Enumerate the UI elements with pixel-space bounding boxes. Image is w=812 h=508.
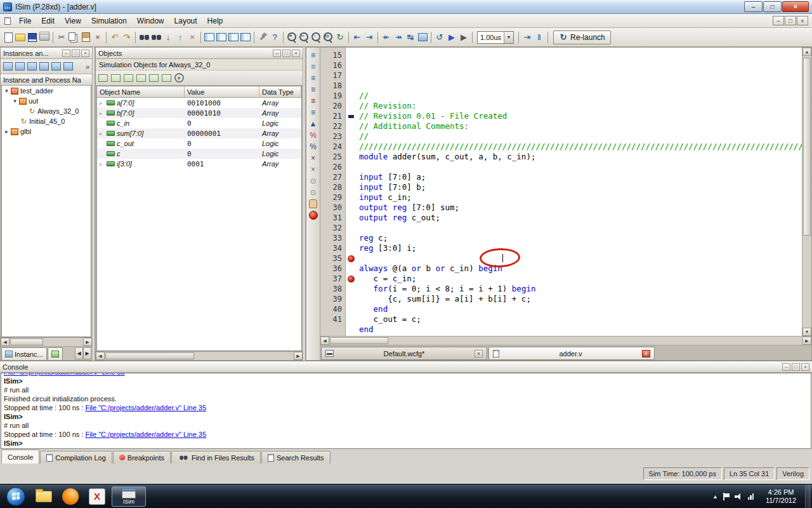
radix-octal-icon[interactable]	[148, 72, 159, 84]
run-all-icon[interactable]: ▶	[446, 32, 457, 43]
code-line[interactable]: {c, sum[i]} = a[i] + b[i] + c;	[359, 294, 802, 304]
step-icon[interactable]: ⇥	[521, 32, 533, 43]
breakpoint-icon[interactable]	[348, 255, 355, 262]
code-line[interactable]: module adder(sum, c_out, a, b, c_in);	[359, 152, 802, 162]
scroll-left-icon[interactable]: ◀	[96, 352, 105, 360]
object-row[interactable]: ▹b[7:0]00001010Array	[97, 108, 301, 118]
debug-icon[interactable]	[308, 210, 319, 220]
code-line[interactable]: c_out = c;	[359, 314, 802, 324]
console-link[interactable]: File "C:/projects/adder/adder.v" Line 35	[4, 373, 125, 376]
panel-tab-console[interactable]: Console	[1, 450, 39, 464]
column-header[interactable]: Value	[185, 86, 259, 97]
editor-tab[interactable]: Default.wcfg*×	[321, 347, 487, 360]
layout-tile-icon[interactable]	[216, 32, 227, 43]
find-icon[interactable]	[138, 32, 150, 43]
code-line[interactable]: for(i = 0; i < 8; i = i + 1) begin	[359, 284, 802, 294]
zoom-area-icon[interactable]: ▭	[322, 32, 334, 43]
code-line[interactable]: c = c_in;	[359, 274, 802, 284]
undock-panel-icon[interactable]: ↔	[273, 50, 281, 57]
editor-tab[interactable]: adder.v×	[488, 347, 655, 360]
scroll-thumb[interactable]	[330, 337, 388, 344]
taskbar-clock[interactable]: 4:26 PM 11/7/2012	[762, 488, 800, 505]
radix-unsigned-icon[interactable]	[122, 72, 134, 84]
code-content[interactable]: //// Revision:// Revision 0.01 - File Cr…	[357, 48, 802, 336]
tree-item[interactable]: ↻Initial_45_0	[2, 116, 91, 126]
scroll-thumb[interactable]	[803, 58, 811, 236]
layout-float-icon[interactable]	[228, 32, 239, 43]
minimize-button[interactable]: –	[744, 1, 763, 12]
print-icon[interactable]	[39, 32, 50, 43]
add-to-wave-icon[interactable]	[50, 61, 62, 72]
menu-layout[interactable]: Layout	[169, 15, 202, 27]
column-header[interactable]: Data Type	[259, 86, 301, 97]
menu-window[interactable]: Window	[132, 15, 169, 27]
uncomment-selection-icon[interactable]: %	[308, 142, 319, 152]
undock-panel-icon[interactable]: ↔	[62, 50, 70, 57]
scroll-thumb[interactable]	[105, 352, 194, 359]
panel-tab-breakpoints[interactable]: Breakpoints	[113, 451, 171, 464]
close-panel-icon[interactable]: ×	[801, 363, 809, 371]
expand-icon[interactable]: ▹	[100, 161, 106, 167]
instances-hscrollbar[interactable]: ◀ ▶	[1, 337, 92, 346]
code-line[interactable]: // Revision 0.01 - File Created	[359, 111, 802, 121]
locate-instance-icon[interactable]	[26, 61, 37, 72]
tree-item[interactable]: ↻Always_32_0	[2, 106, 91, 116]
scroll-left-icon[interactable]: ◀	[1, 338, 10, 346]
undo-icon[interactable]: ↶	[109, 32, 121, 43]
code-line[interactable]: input c_in;	[359, 192, 802, 203]
find-previous-icon[interactable]: ↑	[174, 32, 186, 43]
panel-tab-find-in-files-results[interactable]: Find in Files Results	[171, 451, 261, 464]
column-header[interactable]: Object Name	[97, 86, 185, 97]
float-panel-icon[interactable]: □	[72, 50, 80, 57]
tree-twisty-icon[interactable]: ▸	[3, 128, 10, 135]
find-next-icon[interactable]: ↓	[162, 32, 174, 43]
sim-time-combo[interactable]: 1.00us▼	[477, 31, 514, 44]
show-source-icon[interactable]	[38, 61, 49, 72]
new-document-icon[interactable]	[3, 32, 14, 43]
start-button[interactable]	[6, 487, 25, 506]
goto-line-icon[interactable]: ≡	[308, 50, 319, 60]
close-tab-icon[interactable]: ×	[642, 350, 650, 358]
run-to-cursor-icon[interactable]: ▲	[308, 119, 319, 129]
console-output[interactable]: File "C:/projects/adder/adder.v" Line 35…	[1, 373, 811, 449]
panel-tab-compilation-log[interactable]: Compilation Log	[40, 451, 112, 464]
expand-icon[interactable]: ▹	[100, 110, 106, 116]
network-icon[interactable]	[748, 493, 757, 500]
scroll-down-icon[interactable]: ⊙	[308, 187, 319, 197]
layout-default-icon[interactable]	[240, 32, 251, 43]
restore-button[interactable]: □	[763, 1, 782, 12]
preferences-wrench-icon[interactable]	[257, 32, 268, 43]
context-help-icon[interactable]: ?	[269, 32, 280, 43]
editor-vscrollbar[interactable]: ▲ ▼	[802, 48, 811, 336]
menu-simulation[interactable]: Simulation	[86, 15, 132, 27]
object-row[interactable]: c_out0Logic	[97, 138, 301, 149]
float-panel-icon[interactable]: □	[792, 363, 800, 371]
zoom-in-icon[interactable]: +	[286, 32, 298, 43]
code-line[interactable]: input [7:0] a;	[359, 172, 802, 182]
menu-view[interactable]: View	[60, 15, 86, 27]
tree-twisty-icon[interactable]: ▾	[11, 98, 18, 104]
object-row[interactable]: ▹a[7:0]00101000Array	[97, 98, 301, 108]
tab-memory[interactable]	[48, 347, 63, 360]
code-line[interactable]: reg c;	[359, 233, 802, 243]
open-file-icon[interactable]	[15, 32, 26, 43]
redo-icon[interactable]: ↷	[121, 32, 133, 43]
tree-item[interactable]: ▸glbl	[2, 126, 91, 137]
expand-instance-icon[interactable]	[2, 61, 13, 72]
restart-icon[interactable]: ↺	[434, 32, 445, 43]
code-line[interactable]: ////////////////////////////////////////…	[359, 142, 802, 152]
toggle-bookmark-icon[interactable]: ≡	[308, 62, 319, 72]
mdi-restore-button[interactable]: □	[785, 16, 796, 25]
code-line[interactable]	[359, 253, 802, 264]
code-line[interactable]: input [7:0] b;	[359, 182, 802, 192]
code-line[interactable]	[359, 335, 802, 336]
code-line[interactable]	[359, 162, 802, 172]
run-for-time-icon[interactable]: ▶	[458, 32, 469, 43]
action-center-icon[interactable]	[723, 493, 730, 500]
combo-dropdown-icon[interactable]: ▼	[504, 32, 513, 43]
next-transition-icon[interactable]: ↠	[393, 32, 404, 43]
console-link[interactable]: File "C:/projects/adder/adder.v" Line 35	[85, 404, 206, 411]
clear-bookmarks-icon[interactable]: ≡	[308, 96, 319, 106]
code-line[interactable]: reg [3:0] i;	[359, 243, 802, 253]
delete-icon[interactable]: ×	[92, 32, 103, 43]
